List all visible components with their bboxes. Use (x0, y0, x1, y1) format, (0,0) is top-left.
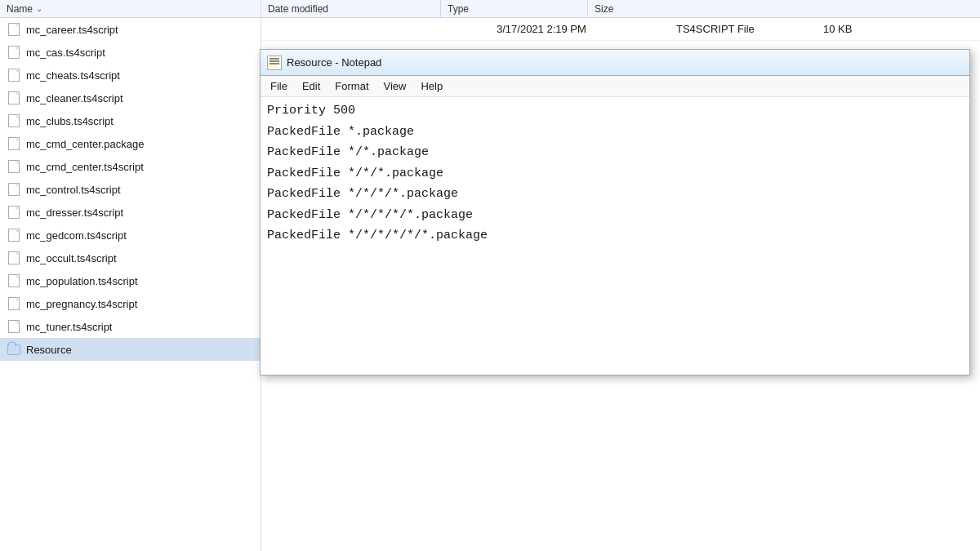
menu-format[interactable]: Format (328, 78, 375, 94)
list-item[interactable]: Resource (0, 338, 261, 361)
file-name-label: mc_cas.ts4script (26, 47, 105, 59)
file-list: mc_career.ts4scriptmc_cas.ts4scriptmc_ch… (0, 18, 261, 551)
list-item[interactable]: mc_cas.ts4script (0, 41, 261, 64)
explorer-header: Name ⌄ Date modified Type Size (0, 0, 980, 18)
notepad-title: Resource - Notepad (287, 56, 381, 69)
file-name-label: mc_cmd_center.ts4script (26, 161, 144, 173)
list-item[interactable]: mc_cheats.ts4script (0, 64, 261, 87)
file-icon (8, 23, 20, 36)
notepad-menubar: File Edit Format View Help (261, 76, 969, 97)
file-name-label: mc_cleaner.ts4script (26, 92, 123, 104)
file-name-label: mc_gedcom.ts4script (26, 229, 127, 242)
notepad-content[interactable]: Priority 500 PackedFile *.package Packed… (261, 97, 969, 375)
file-icon (8, 251, 20, 264)
file-name-label: mc_dresser.ts4script (26, 207, 123, 219)
col-header-name[interactable]: Name ⌄ (0, 0, 261, 17)
menu-help[interactable]: Help (414, 78, 449, 94)
list-item[interactable]: mc_gedcom.ts4script (0, 224, 261, 247)
menu-edit[interactable]: Edit (296, 78, 327, 94)
notepad-window: Resource - Notepad File Edit Format View… (260, 49, 970, 375)
file-name-label: mc_control.ts4script (26, 184, 121, 196)
notepad-titlebar: Resource - Notepad (261, 50, 969, 76)
file-icon (8, 46, 20, 59)
file-icon (8, 297, 20, 310)
menu-file[interactable]: File (264, 78, 294, 94)
file-name-label: mc_clubs.ts4script (26, 115, 114, 127)
folder-icon (7, 344, 20, 355)
file-icon (8, 183, 20, 196)
file-name-label: mc_cheats.ts4script (26, 69, 120, 82)
list-item[interactable]: mc_population.ts4script (0, 269, 261, 292)
file-name-label: Resource (26, 344, 72, 356)
list-item[interactable]: mc_cmd_center.ts4script (0, 155, 261, 178)
col-header-size[interactable]: Size (588, 0, 686, 17)
menu-view[interactable]: View (377, 78, 413, 94)
file-icon (8, 320, 20, 333)
notepad-icon (267, 56, 282, 70)
sort-arrow-name: ⌄ (36, 4, 42, 13)
file-icon (8, 69, 20, 82)
list-item[interactable]: mc_pregnancy.ts4script (0, 292, 261, 315)
list-item[interactable]: mc_dresser.ts4script (0, 201, 261, 224)
col-header-date[interactable]: Date modified (261, 0, 441, 17)
file-icon (8, 114, 20, 127)
file-name-label: mc_pregnancy.ts4script (26, 298, 137, 310)
file-icon (8, 274, 20, 287)
file-icon (8, 160, 20, 173)
list-item[interactable]: mc_tuner.ts4script (0, 315, 261, 338)
file-name-label: mc_tuner.ts4script (26, 321, 113, 333)
file-icon (8, 206, 20, 219)
file-name-label: mc_population.ts4script (26, 275, 138, 287)
file-icon (8, 137, 20, 150)
explorer-window: Name ⌄ Date modified Type Size mc_career… (0, 0, 980, 551)
file-name-label: mc_cmd_center.package (26, 138, 145, 150)
list-item[interactable]: mc_clubs.ts4script (0, 109, 261, 132)
file-name-label: mc_occult.ts4script (26, 252, 117, 264)
file-icon (8, 91, 20, 104)
list-item[interactable]: mc_control.ts4script (0, 178, 261, 201)
list-item[interactable]: mc_occult.ts4script (0, 247, 261, 269)
col-header-type[interactable]: Type (441, 0, 588, 17)
list-item[interactable]: mc_cmd_center.package (0, 132, 261, 155)
first-file-row[interactable]: 3/17/2021 2:19 PM TS4SCRIPT File 10 KB (261, 18, 980, 41)
list-item[interactable]: mc_cleaner.ts4script (0, 87, 261, 109)
file-icon (8, 229, 20, 242)
file-name-label: mc_career.ts4script (26, 24, 118, 36)
list-item[interactable]: mc_career.ts4script (0, 18, 261, 41)
